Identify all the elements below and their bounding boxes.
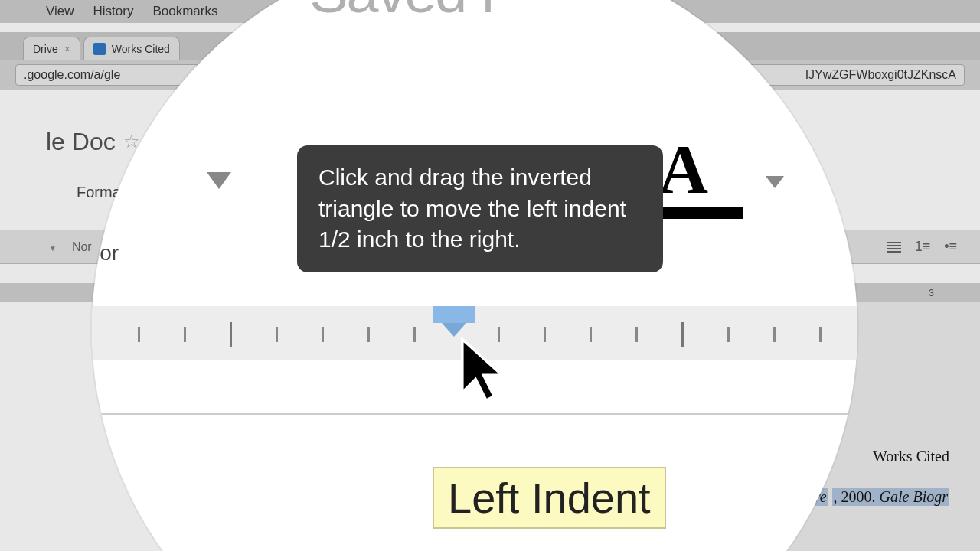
instruction-callout: Click and drag the inverted triangle to … [297,145,663,272]
menu-bookmarks[interactable]: Bookmarks [152,4,217,19]
numbered-list-icon[interactable]: 1≡ [915,239,931,255]
text-color-button[interactable]: A [658,130,708,209]
menu-history[interactable]: History [93,4,134,19]
tutorial-frame: View History Bookmarks Wi Drive × Works … [0,0,980,551]
bulleted-list-icon[interactable]: •≡ [944,239,957,255]
docs-icon [93,43,106,55]
cursor-icon [459,337,513,409]
zoom-style-dropdown-icon[interactable] [207,172,231,189]
zoom-page-top-border [92,413,858,415]
left-indent-tooltip: Left Indent [433,467,666,529]
tooltip-label: Left Indent [448,474,651,522]
magnifier-lens: Saved ı B I U A Nor [92,0,858,551]
instruction-text: Click and drag the inverted triangle to … [318,165,626,252]
page-line-3a: , 2000. [834,488,880,505]
line-spacing-icon[interactable] [887,242,901,253]
text-color-caret-icon[interactable] [766,176,784,188]
url-left: .google.com/a/gle [24,68,120,82]
page-line-3b: Gale Biogr [880,488,948,505]
style-dropdown[interactable] [46,240,57,254]
ruler-mark-3: 3 [929,288,934,298]
tab-works-cited-label: Works Cited [112,43,170,55]
close-icon[interactable]: × [64,43,70,55]
menu-view[interactable]: View [46,4,74,19]
saved-indicator: Saved ı [309,0,495,24]
tab-drive-label: Drive [33,43,58,55]
tab-works-cited[interactable]: Works Cited [83,37,180,60]
first-line-indent-handle[interactable] [433,306,475,323]
tab-drive[interactable]: Drive × [23,37,80,60]
left-indent-marker[interactable] [433,306,475,337]
doc-title[interactable]: le Doc [46,128,116,156]
left-indent-triangle-icon[interactable] [442,323,466,337]
text-color-underline [658,207,743,219]
font-dropdown[interactable]: Nor [72,240,92,254]
url-right: IJYwZGFWboxgi0tJZKnscA [805,68,956,82]
toolbar-right-group: 1≡ •≡ [887,230,957,264]
